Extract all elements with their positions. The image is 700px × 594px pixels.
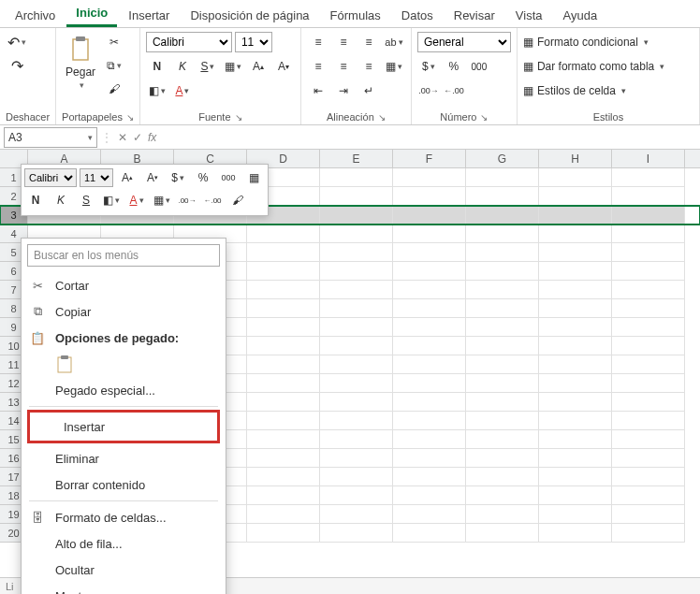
menu-insert[interactable]: Insertar bbox=[30, 413, 217, 441]
mini-borders-button[interactable]: ▦ bbox=[151, 190, 173, 210]
mini-italic-button[interactable]: K bbox=[50, 190, 72, 210]
cell[interactable] bbox=[393, 262, 466, 281]
cell[interactable] bbox=[320, 524, 393, 543]
font-name-select[interactable]: Calibri bbox=[146, 32, 232, 52]
fill-color-button[interactable]: ◧ bbox=[146, 80, 168, 101]
number-launcher[interactable]: ↘ bbox=[480, 112, 488, 123]
cell[interactable] bbox=[612, 225, 685, 243]
decrease-decimal-button[interactable]: ←.00 bbox=[443, 80, 465, 101]
cell[interactable] bbox=[393, 393, 466, 412]
font-launcher[interactable]: ↘ bbox=[235, 112, 242, 123]
cell[interactable] bbox=[320, 225, 393, 243]
cell[interactable] bbox=[247, 505, 320, 524]
cell[interactable] bbox=[539, 355, 612, 374]
cell[interactable] bbox=[247, 281, 320, 299]
cell[interactable] bbox=[320, 318, 393, 337]
clipboard-launcher[interactable]: ↘ bbox=[126, 112, 134, 123]
cell[interactable] bbox=[247, 225, 320, 243]
mini-dec-decimal-button[interactable]: ←.00 bbox=[201, 190, 224, 210]
cell[interactable] bbox=[247, 524, 320, 543]
increase-indent-button[interactable]: ⇥ bbox=[332, 80, 355, 101]
cell[interactable] bbox=[466, 505, 539, 524]
cell[interactable] bbox=[612, 486, 685, 505]
cell[interactable] bbox=[612, 355, 685, 374]
undo-button[interactable]: ▾ bbox=[6, 32, 28, 52]
menu-delete[interactable]: Eliminar bbox=[22, 445, 226, 471]
cell[interactable] bbox=[320, 168, 393, 187]
col-header[interactable]: F bbox=[393, 150, 466, 167]
mini-bold-button[interactable]: N bbox=[24, 190, 47, 210]
cell[interactable] bbox=[466, 168, 539, 187]
align-middle-button[interactable]: ≡ bbox=[332, 32, 355, 52]
cell[interactable] bbox=[247, 449, 320, 468]
cell[interactable] bbox=[612, 505, 685, 524]
cell[interactable] bbox=[466, 486, 539, 505]
cell[interactable] bbox=[320, 486, 393, 505]
name-box[interactable]: A3 ▾ bbox=[4, 127, 97, 148]
cell[interactable] bbox=[539, 449, 612, 468]
cell[interactable] bbox=[466, 355, 539, 374]
cell[interactable] bbox=[393, 355, 466, 374]
mini-decrease-font[interactable]: A▾ bbox=[141, 167, 164, 188]
tab-insertar[interactable]: Insertar bbox=[119, 4, 179, 27]
tab-vista[interactable]: Vista bbox=[506, 4, 552, 27]
paste-button[interactable]: Pegar ▾ bbox=[62, 32, 99, 92]
cell[interactable] bbox=[393, 206, 466, 225]
cell[interactable] bbox=[393, 468, 466, 486]
italic-button[interactable]: K bbox=[171, 56, 194, 77]
mini-cond-format-button[interactable]: ▦ bbox=[242, 167, 265, 188]
cell[interactable] bbox=[539, 486, 612, 505]
cell[interactable] bbox=[466, 524, 539, 543]
cell[interactable] bbox=[247, 318, 320, 337]
menu-hide[interactable]: Ocultar bbox=[22, 557, 226, 583]
cell[interactable] bbox=[247, 355, 320, 374]
conditional-format-button[interactable]: ▦Formato condicional bbox=[523, 32, 649, 52]
cell[interactable] bbox=[247, 337, 320, 355]
accept-formula-button[interactable]: ✓ bbox=[133, 131, 142, 144]
align-top-button[interactable]: ≡ bbox=[307, 32, 329, 52]
align-center-button[interactable]: ≡ bbox=[332, 56, 355, 77]
merge-button[interactable]: ▦ bbox=[383, 56, 405, 77]
cell[interactable] bbox=[393, 299, 466, 318]
cell[interactable] bbox=[612, 524, 685, 543]
borders-button[interactable]: ▦ bbox=[222, 56, 244, 77]
increase-font-button[interactable]: A▴ bbox=[247, 56, 270, 77]
cell[interactable] bbox=[539, 262, 612, 281]
cell-styles-button[interactable]: ▦Estilos de celda bbox=[523, 80, 626, 101]
cell[interactable] bbox=[320, 412, 393, 430]
cell[interactable] bbox=[320, 449, 393, 468]
cell[interactable] bbox=[466, 206, 539, 225]
mini-underline-button[interactable]: S bbox=[75, 190, 97, 210]
cell[interactable] bbox=[320, 243, 393, 262]
tab-ayuda[interactable]: Ayuda bbox=[554, 4, 607, 27]
cell[interactable] bbox=[393, 412, 466, 430]
cell[interactable] bbox=[539, 299, 612, 318]
cell[interactable] bbox=[539, 318, 612, 337]
cell[interactable] bbox=[320, 299, 393, 318]
cell[interactable] bbox=[320, 393, 393, 412]
decrease-indent-button[interactable]: ⇤ bbox=[307, 80, 329, 101]
cell[interactable] bbox=[393, 430, 466, 449]
cell[interactable] bbox=[247, 412, 320, 430]
cell[interactable] bbox=[539, 243, 612, 262]
tab-archivo[interactable]: Archivo bbox=[6, 4, 65, 27]
cell[interactable] bbox=[393, 187, 466, 206]
cell[interactable] bbox=[539, 168, 612, 187]
copy-button[interactable]: ▾ bbox=[103, 55, 125, 76]
cell[interactable] bbox=[612, 281, 685, 299]
redo-button[interactable] bbox=[6, 55, 28, 76]
cell[interactable] bbox=[320, 468, 393, 486]
currency-button[interactable]: $ bbox=[417, 56, 440, 77]
tab-disposicion[interactable]: Disposición de página bbox=[181, 4, 318, 27]
cell[interactable] bbox=[247, 430, 320, 449]
format-as-table-button[interactable]: ▦Dar formato como tabla bbox=[523, 56, 664, 77]
mini-inc-decimal-button[interactable]: .00→ bbox=[176, 190, 198, 210]
mini-currency-button[interactable]: $ bbox=[167, 167, 189, 188]
menu-paste-default[interactable] bbox=[22, 351, 226, 377]
cell[interactable] bbox=[320, 505, 393, 524]
cell[interactable] bbox=[393, 243, 466, 262]
wrap-text-button[interactable]: ↵ bbox=[357, 80, 380, 101]
underline-button[interactable]: S bbox=[197, 56, 219, 77]
cell[interactable] bbox=[539, 524, 612, 543]
cell[interactable] bbox=[320, 187, 393, 206]
